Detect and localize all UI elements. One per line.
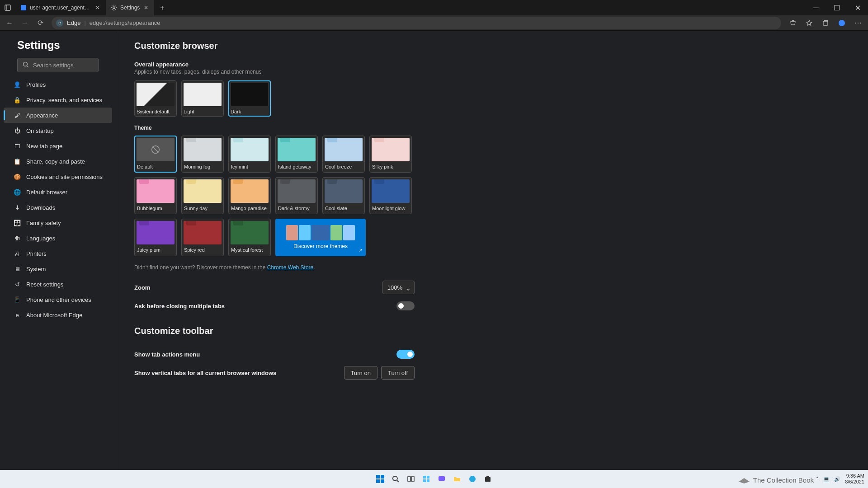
sidebar-item-label: Appearance xyxy=(26,112,58,119)
turn-off-button[interactable]: Turn off xyxy=(381,366,415,380)
theme-icy-mint[interactable]: Icy mint xyxy=(228,136,271,173)
sidebar-item-appearance[interactable]: 🖌Appearance xyxy=(4,108,112,123)
appearance-option-dark[interactable]: Dark xyxy=(228,80,271,117)
refresh-button[interactable]: ⟳ xyxy=(33,16,47,30)
more-icon[interactable]: ⋯ xyxy=(851,16,865,30)
theme-spicy-red[interactable]: Spicy red xyxy=(181,219,224,256)
zoom-select[interactable]: 100% xyxy=(382,281,415,294)
sidebar-item-system[interactable]: 🖥System xyxy=(4,261,112,277)
close-icon[interactable]: ✕ xyxy=(94,5,101,11)
back-button[interactable]: ← xyxy=(3,16,16,30)
favorites-icon[interactable] xyxy=(802,16,816,30)
tab-settings[interactable]: Settings ✕ xyxy=(106,0,154,15)
sidebar-item-downloads[interactable]: ⬇Downloads xyxy=(4,200,112,215)
tab-actions-icon[interactable] xyxy=(0,0,15,15)
theme-swatch xyxy=(372,179,410,203)
shopping-icon[interactable] xyxy=(786,16,800,30)
nav-icon: 👪 xyxy=(14,220,21,226)
theme-label: Island getaway xyxy=(278,164,316,170)
address-bar[interactable]: e Edge | edge://settings/appearance xyxy=(52,17,781,29)
sidebar-item-printers[interactable]: 🖨Printers xyxy=(4,246,112,261)
theme-mystical-forest[interactable]: Mystical forest xyxy=(228,219,271,256)
network-icon[interactable]: 💻 xyxy=(823,476,830,482)
turn-on-button[interactable]: Turn on xyxy=(344,366,377,380)
nav-icon: ↺ xyxy=(14,281,21,288)
widgets-button[interactable] xyxy=(420,473,433,485)
theme-dark-stormy[interactable]: Dark & stormy xyxy=(275,177,318,214)
system-tray[interactable]: ˄ 💻 🔊 9:36 AM 8/6/2021 xyxy=(816,470,864,488)
clock[interactable]: 9:36 AM 8/6/2021 xyxy=(845,473,864,484)
taskview-button[interactable] xyxy=(405,473,417,485)
sidebar-item-phone-and-other-devices[interactable]: 📱Phone and other devices xyxy=(4,292,112,307)
sidebar-item-reset-settings[interactable]: ↺Reset settings xyxy=(4,277,112,292)
sidebar-item-privacy-search-and-services[interactable]: 🔒Privacy, search, and services xyxy=(4,92,112,108)
start-button[interactable] xyxy=(374,473,387,485)
sidebar-item-label: On startup xyxy=(26,127,54,134)
svg-rect-26 xyxy=(486,476,489,478)
edge-button[interactable] xyxy=(466,473,479,485)
nav-icon: ⏻ xyxy=(14,127,21,134)
discover-more-themes[interactable]: Discover more themes↗ xyxy=(275,219,366,256)
theme-swatch xyxy=(137,221,175,244)
theme-default[interactable]: Default xyxy=(134,136,177,173)
svg-rect-12 xyxy=(381,475,384,479)
new-tab-button[interactable]: ＋ xyxy=(156,1,169,14)
tab-useragent[interactable]: user-agent.user_agent - The Col ✕ xyxy=(15,0,106,15)
collections-icon[interactable] xyxy=(818,16,833,30)
svg-rect-13 xyxy=(376,479,380,483)
sidebar-item-default-browser[interactable]: 🌐Default browser xyxy=(4,184,112,200)
sidebar-item-label: Privacy, search, and services xyxy=(26,97,102,103)
sidebar-item-share-copy-and-paste[interactable]: 📋Share, copy and paste xyxy=(4,154,112,169)
edge-icon: e xyxy=(56,19,63,27)
volume-icon[interactable]: 🔊 xyxy=(834,476,840,482)
tray-chevron-icon[interactable]: ˄ xyxy=(816,476,819,482)
chat-button[interactable] xyxy=(435,473,448,485)
sidebar-item-label: About Microsoft Edge xyxy=(26,312,82,319)
theme-label: Cool breeze xyxy=(325,164,363,170)
svg-rect-4 xyxy=(823,21,828,25)
ask-close-toggle[interactable] xyxy=(396,301,415,310)
appearance-option-light[interactable]: Light xyxy=(181,80,224,117)
store-button[interactable] xyxy=(481,473,494,485)
theme-island-getaway[interactable]: Island getaway xyxy=(275,136,318,173)
theme-swatch xyxy=(231,138,269,161)
appearance-option-system-default[interactable]: System default xyxy=(134,80,177,117)
theme-swatch xyxy=(231,179,269,203)
vertical-tabs-label: Show vertical tabs for all current brows… xyxy=(134,370,276,376)
sidebar-item-cookies-and-site-permissions[interactable]: 🍪Cookies and site permissions xyxy=(4,169,112,184)
show-tab-actions-toggle[interactable] xyxy=(396,350,415,359)
search-input[interactable]: Search settings xyxy=(17,58,99,72)
theme-mango-paradise[interactable]: Mango paradise xyxy=(228,177,271,214)
theme-bubblegum[interactable]: Bubblegum xyxy=(134,177,177,214)
appearance-preview xyxy=(137,83,175,106)
theme-morning-fog[interactable]: Morning fog xyxy=(181,136,224,173)
sidebar-item-new-tab-page[interactable]: 🗔New tab page xyxy=(4,138,112,154)
chrome-web-store-link[interactable]: Chrome Web Store xyxy=(267,264,314,271)
sidebar-item-profiles[interactable]: 👤Profiles xyxy=(4,77,112,92)
sidebar-item-family-safety[interactable]: 👪Family safety xyxy=(4,215,112,230)
theme-juicy-plum[interactable]: Juicy plum xyxy=(134,219,177,256)
search-button[interactable] xyxy=(389,473,402,485)
close-icon[interactable]: ✕ xyxy=(142,5,150,11)
theme-sunny-day[interactable]: Sunny day xyxy=(181,177,224,214)
theme-swatch xyxy=(325,179,363,203)
close-window-button[interactable]: ✕ xyxy=(847,0,868,15)
sidebar-item-on-startup[interactable]: ⏻On startup xyxy=(4,123,112,138)
nav-icon: 📱 xyxy=(14,296,21,303)
profile-icon[interactable] xyxy=(835,16,849,30)
sidebar-item-languages[interactable]: 🗣Languages xyxy=(4,230,112,246)
theme-moonlight-glow[interactable]: Moonlight glow xyxy=(369,177,412,214)
maximize-button[interactable]: ☐ xyxy=(826,0,847,15)
minimize-button[interactable]: ─ xyxy=(806,0,826,15)
theme-note: Didn't find one you want? Discover more … xyxy=(134,264,850,271)
sidebar-item-about-microsoft-edge[interactable]: eAbout Microsoft Edge xyxy=(4,307,112,323)
explorer-button[interactable] xyxy=(451,473,463,485)
theme-silky-pink[interactable]: Silky pink xyxy=(369,136,412,173)
theme-cool-slate[interactable]: Cool slate xyxy=(322,177,365,214)
forward-button[interactable]: → xyxy=(18,16,32,30)
theme-swatch xyxy=(325,138,363,161)
heading-customize-browser: Customize browser xyxy=(134,41,850,51)
theme-cool-breeze[interactable]: Cool breeze xyxy=(322,136,365,173)
settings-content: Customize browser Overall appearance App… xyxy=(116,31,868,470)
watermark: The Collection Book xyxy=(738,475,814,484)
